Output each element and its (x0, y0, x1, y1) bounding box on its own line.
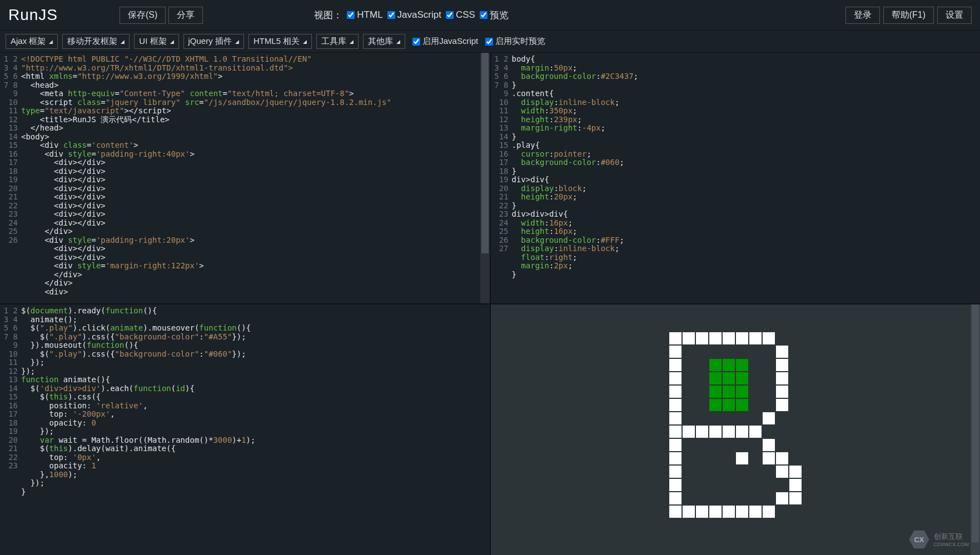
pixel (763, 452, 775, 464)
pixel (669, 346, 681, 358)
pixel (749, 506, 762, 518)
pixel (709, 332, 722, 344)
scrollbar-thumb[interactable] (481, 53, 489, 253)
pixel (696, 359, 708, 371)
preview-content (669, 332, 802, 518)
dropdown-tools[interactable]: 工具库 (316, 34, 359, 49)
pixel (669, 359, 681, 371)
login-button[interactable]: 登录 (845, 7, 880, 24)
pixel (749, 452, 762, 464)
pixel (763, 426, 775, 438)
pixel (776, 399, 788, 411)
pixel (669, 452, 681, 464)
view-check-html[interactable]: HTML (347, 9, 382, 21)
pixel (763, 359, 775, 371)
dropdown-ajax[interactable]: Ajax 框架 (6, 34, 58, 49)
pixel (776, 506, 788, 518)
play-pixel[interactable] (736, 386, 748, 398)
dropdown-html5[interactable]: HTML5 相关 (248, 34, 312, 49)
play-pixel[interactable] (736, 372, 748, 384)
save-button[interactable]: 保存(S) (120, 7, 166, 24)
settings-button[interactable]: 设置 (937, 7, 972, 24)
pixel (669, 372, 681, 384)
pixel (776, 346, 788, 358)
pixel (683, 346, 695, 358)
pixel (749, 386, 762, 398)
enable-js-check[interactable]: 启用JavaScript (412, 36, 478, 47)
logo: RunJS (8, 6, 120, 24)
dropdown-mobile[interactable]: 移动开发框架 (62, 34, 130, 49)
play-pixel[interactable] (709, 386, 722, 398)
dropdown-jquery[interactable]: jQuery 插件 (183, 34, 244, 49)
pixel (709, 439, 722, 451)
pixel (683, 412, 695, 424)
pixel (789, 332, 802, 344)
pixel (709, 466, 722, 478)
play-pixel[interactable] (709, 359, 722, 371)
pixel (669, 386, 681, 398)
play-pixel[interactable] (723, 359, 735, 371)
topbar: RunJS 保存(S) 分享 视图： HTML JavaScript CSS 预… (0, 0, 980, 31)
pixel (696, 386, 708, 398)
scrollbar[interactable] (480, 53, 490, 303)
play-pixel[interactable] (709, 372, 722, 384)
pixel (723, 506, 735, 518)
pixel (749, 412, 762, 424)
play-pixel[interactable] (709, 399, 722, 411)
pixel (696, 346, 708, 358)
view-check-js[interactable]: JavaScript (387, 9, 441, 21)
dropdown-ui[interactable]: UI 框架 (134, 34, 178, 49)
js-editor[interactable]: $(document).ready(function(){ animate();… (21, 304, 490, 555)
pixel (776, 359, 788, 371)
watermark-sub: CDXWCX.COM (934, 542, 969, 547)
js-pane: 1 2 3 4 5 6 7 8 9 10 11 12 13 14 15 16 1… (0, 304, 490, 555)
view-check-preview[interactable]: 预览 (480, 9, 509, 22)
pixel (749, 479, 762, 491)
pixel (749, 399, 762, 411)
pixel (669, 332, 681, 344)
html-editor[interactable]: <!DOCTYPE html PUBLIC "-//W3C//DTD XHTML… (21, 53, 490, 303)
css-editor[interactable]: body{ margin:50px; background-color:#2C3… (512, 53, 981, 303)
pixel (696, 466, 708, 478)
pixel (789, 399, 802, 411)
play-pixel[interactable] (723, 372, 735, 384)
preview-pane (491, 304, 981, 555)
pixel (776, 332, 788, 344)
play-pixel[interactable] (723, 399, 735, 411)
pixel (669, 466, 681, 478)
pixel (683, 452, 695, 464)
pixel (736, 412, 748, 424)
play-pixel[interactable] (736, 359, 748, 371)
pixel (709, 479, 722, 491)
pixel (736, 332, 748, 344)
pixel (683, 359, 695, 371)
dropdown-other[interactable]: 其他库 (363, 34, 405, 49)
share-button[interactable]: 分享 (168, 7, 203, 24)
toolbar: Ajax 框架 移动开发框架 UI 框架 jQuery 插件 HTML5 相关 … (0, 31, 980, 53)
pixel (669, 439, 681, 451)
pixel (763, 492, 775, 504)
pixel (683, 439, 695, 451)
watermark-text: 创新互联 (934, 532, 969, 542)
scrollbar-thumb[interactable] (972, 304, 979, 542)
view-check-css[interactable]: CSS (446, 9, 475, 21)
pixel (683, 372, 695, 384)
html-gutter: 1 2 3 4 5 6 7 8 9 10 11 12 13 14 15 16 1… (0, 53, 21, 303)
pixel (723, 466, 735, 478)
pixel (683, 399, 695, 411)
top-buttons: 保存(S) 分享 (120, 7, 203, 24)
pixel (696, 492, 708, 504)
pixel (776, 426, 788, 438)
pixel (723, 492, 735, 504)
pixel (763, 386, 775, 398)
preview-scrollbar[interactable] (971, 304, 980, 555)
pixel (789, 492, 802, 504)
play-pixel[interactable] (736, 399, 748, 411)
pixel (696, 412, 708, 424)
pixel (763, 412, 775, 424)
pixel (696, 479, 708, 491)
enable-live-preview-check[interactable]: 启用实时预览 (485, 36, 545, 47)
play-pixel[interactable] (723, 386, 735, 398)
top-right: 登录 帮助(F1) 设置 (845, 7, 972, 24)
help-button[interactable]: 帮助(F1) (883, 7, 934, 24)
